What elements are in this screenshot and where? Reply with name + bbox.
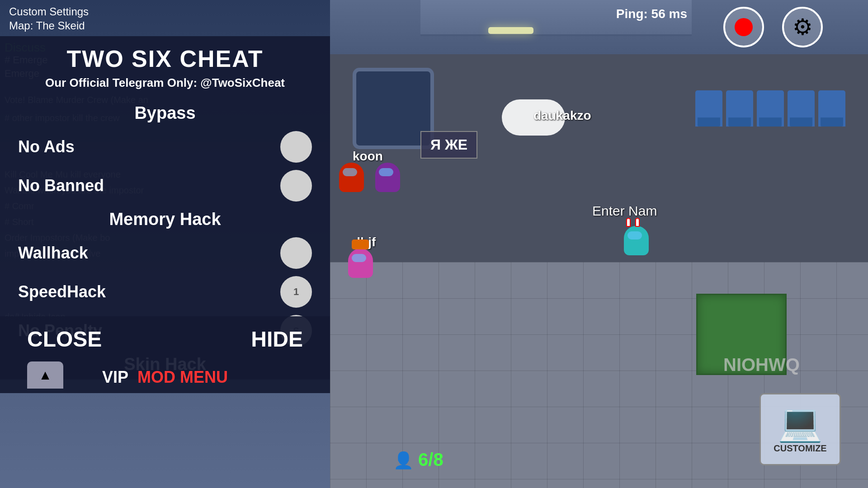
memory-hack-section-header: Memory Hack [18, 210, 312, 229]
player-count-value: 6/8 [418, 450, 443, 469]
character-red [339, 163, 364, 192]
chair-5 [818, 90, 845, 127]
ya-zhe-sign: Я ЖЕ [420, 131, 477, 159]
wallhack-toggle[interactable] [280, 237, 312, 269]
cheat-subtitle: Our Official Telegram Only: @TwoSixCheat [45, 76, 285, 90]
player-koon-name: koon [353, 149, 383, 164]
close-button[interactable]: CLOSE [27, 327, 102, 352]
speedhack-toggle[interactable]: 1 [280, 276, 312, 308]
speedhack-label: SpeedHack [18, 282, 106, 301]
bypass-section-header: Bypass [18, 103, 312, 123]
no-ads-toggle[interactable] [280, 131, 312, 163]
hide-button[interactable]: HIDE [251, 327, 303, 352]
speedhack-row: SpeedHack 1 [18, 272, 312, 311]
player-daukakzo-name: daukakzo [533, 108, 591, 123]
record-button[interactable] [723, 7, 764, 47]
cheat-title: TWO SIX CHEAT [66, 45, 263, 72]
chairs-area [695, 90, 845, 127]
gear-icon: ⚙ [793, 14, 813, 40]
top-hud: Custom Settings Map: The Skeid Ping: 56 … [0, 0, 868, 36]
custom-settings-line1: Custom Settings [9, 5, 89, 19]
vip-label: VIP [102, 368, 128, 387]
no-ads-row: No Ads [18, 127, 312, 166]
laptop-icon: 💻 [778, 405, 823, 441]
mod-menu-label: MOD MENU [137, 368, 228, 387]
chair-3 [757, 90, 784, 127]
customize-button[interactable]: 💻 CUSTOMIZE [760, 393, 841, 465]
player-enter-nam-name: Enter Nam [592, 203, 657, 219]
player-icon: 👤 [393, 451, 418, 469]
wallhack-label: Wallhack [18, 244, 88, 263]
chair-1 [695, 90, 722, 127]
arrow-icon[interactable]: ▲ [27, 361, 63, 389]
settings-button[interactable]: ⚙ [782, 7, 823, 47]
custom-settings-display: Custom Settings Map: The Skeid [9, 5, 89, 33]
record-dot-icon [735, 18, 753, 36]
chevron-up-icon: ▲ [38, 367, 52, 383]
character-cyan [624, 226, 649, 255]
no-banned-row: No Banned [18, 166, 312, 205]
chair-4 [788, 90, 815, 127]
niohwq-text: NIOHWQ [723, 355, 800, 375]
custom-settings-line2: Map: The Skeid [9, 19, 89, 33]
character-pink [348, 249, 373, 278]
customize-label: CUSTOMIZE [774, 443, 826, 454]
no-banned-label: No Banned [18, 176, 104, 195]
wallhack-row: Wallhack [18, 234, 312, 272]
character-purple [375, 163, 400, 192]
chair-2 [726, 90, 753, 127]
ping-display: Ping: 56 ms [616, 7, 687, 21]
no-banned-toggle[interactable] [280, 170, 312, 202]
player-count-display: 👤 6/8 [393, 450, 443, 470]
bottom-buttons-bar: CLOSE HIDE [0, 316, 330, 361]
no-ads-label: No Ads [18, 137, 75, 156]
